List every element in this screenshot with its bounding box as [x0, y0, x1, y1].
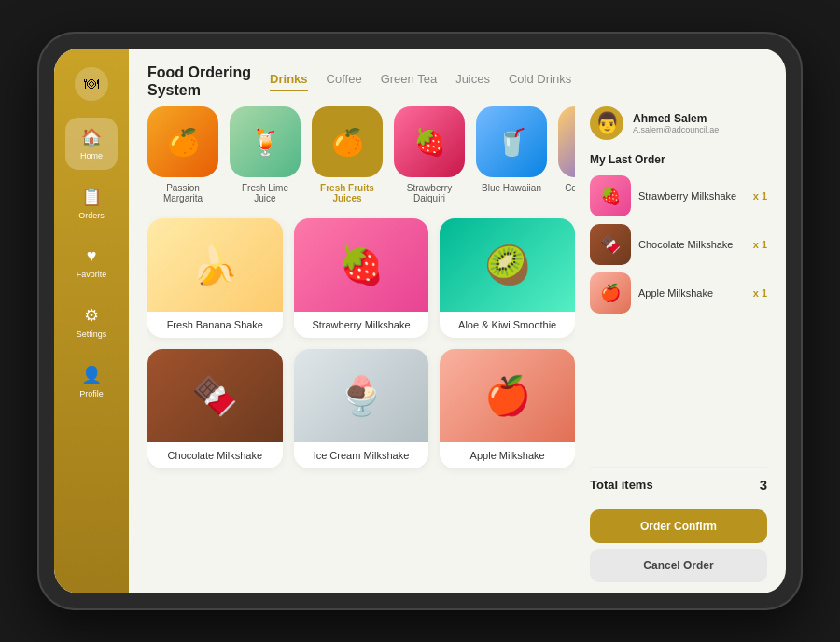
home-icon: 🏠	[81, 127, 102, 147]
sidebar-item-profile[interactable]: 👤 Profile	[65, 356, 118, 408]
last-order-title: My Last Order	[590, 153, 767, 166]
order-item-name-chocolate: Chocolate Milkshake	[638, 239, 746, 250]
tab-juices[interactable]: Juices	[455, 72, 490, 91]
product-name-banana: Fresh Banana Shake	[147, 312, 283, 338]
sidebar-item-orders[interactable]: 📋 Orders	[65, 177, 118, 230]
order-item-img-strawberry: 🍓	[590, 175, 631, 216]
tab-green-tea[interactable]: Green Tea	[381, 72, 437, 91]
order-item-name-strawberry: Strawberry Milkshake	[638, 190, 746, 202]
nav-tabs: Drinks Coffee Green Tea Juices Cold Drin…	[270, 72, 767, 91]
sidebar-label-favorites: Favorite	[77, 270, 107, 279]
products-area: 🍊 Passion Margarita 🍹 Fresh Lime Juice	[147, 106, 575, 582]
tablet-screen: 🍽 🏠 Home 📋 Orders ♥ Favorite ⚙ Settings …	[54, 49, 786, 593]
product-img-kiwi: 🥝	[440, 218, 575, 312]
sidebar-item-settings[interactable]: ⚙ Settings	[65, 296, 118, 348]
tab-coffee[interactable]: Coffee	[327, 72, 362, 91]
cancel-order-button[interactable]: Cancel Order	[590, 549, 767, 582]
product-name-icecream-mk: Ice Cream Milkshake	[294, 442, 429, 468]
order-item-apple: 🍎 Apple Milkshake x 1	[590, 272, 767, 314]
category-label-passion: Passion Margarita	[147, 183, 218, 203]
order-item-qty-strawberry: x 1	[753, 190, 767, 202]
settings-icon: ⚙	[84, 305, 99, 326]
product-img-chocolate-mk: 🍫	[147, 349, 283, 442]
sidebar-label-orders: Orders	[78, 211, 105, 220]
order-item-strawberry: 🍓 Strawberry Milkshake x 1	[590, 175, 767, 216]
product-name-strawberry-mk: Strawberry Milkshake	[294, 312, 429, 338]
profile-icon: 👤	[81, 365, 102, 385]
user-section: 👨 Ahmed Salem A.salem@adcouncil.ae	[590, 106, 767, 140]
app-title: Food Ordering System	[147, 63, 251, 99]
category-label-fruits: Fresh Fruits Juices	[312, 183, 383, 203]
total-label: Total items	[590, 478, 653, 492]
order-item-chocolate: 🍫 Chocolate Milkshake x 1	[590, 224, 767, 265]
body-area: 🍊 Passion Margarita 🍹 Fresh Lime Juice	[129, 106, 786, 593]
order-confirm-button[interactable]: Order Confirm	[590, 509, 767, 543]
sidebar-item-favorites[interactable]: ♥ Favorite	[65, 237, 118, 288]
category-row: 🍊 Passion Margarita 🍹 Fresh Lime Juice	[147, 106, 575, 203]
total-count: 3	[760, 477, 767, 493]
product-card-kiwi[interactable]: 🥝 Aloe & Kiwi Smoothie	[440, 218, 575, 338]
tab-drinks[interactable]: Drinks	[270, 72, 307, 91]
tab-cold-drinks[interactable]: Cold Drinks	[509, 72, 571, 91]
sidebar-label-profile: Profile	[79, 389, 104, 398]
category-strawberry-daiquiri[interactable]: 🍓 Strawberry Daiquiri	[394, 106, 465, 203]
tablet-frame: 🍽 🏠 Home 📋 Orders ♥ Favorite ⚙ Settings …	[37, 32, 803, 610]
category-passion-margarita[interactable]: 🍊 Passion Margarita	[147, 106, 218, 203]
category-img-strawberry-dq: 🍓	[394, 106, 465, 177]
product-grid: 🍌 Fresh Banana Shake 🍓 Strawberry Milksh…	[147, 218, 575, 468]
category-blue-hawaiian[interactable]: 🥤 Blue Hawaiian	[476, 106, 547, 203]
order-items: 🍓 Strawberry Milkshake x 1 🍫 Chocolate M…	[590, 175, 767, 459]
product-card-strawberry-mk[interactable]: 🍓 Strawberry Milkshake	[294, 218, 429, 338]
heart-icon: ♥	[87, 246, 97, 266]
main-content: Food Ordering System Drinks Coffee Green…	[129, 49, 786, 593]
category-img-blue: 🥤	[476, 106, 547, 177]
category-label-lime: Fresh Lime Juice	[230, 183, 301, 203]
category-label-blue: Blue Hawaiian	[482, 183, 541, 193]
sidebar: 🍽 🏠 Home 📋 Orders ♥ Favorite ⚙ Settings …	[54, 49, 129, 593]
order-item-img-apple: 🍎	[590, 272, 631, 314]
category-img-cocktail: 🍋	[558, 106, 575, 177]
product-img-strawberry-mk: 🍓	[294, 218, 429, 312]
header: Food Ordering System Drinks Coffee Green…	[129, 49, 786, 106]
category-img-passion: 🍊	[147, 106, 218, 177]
sidebar-label-settings: Settings	[77, 329, 107, 339]
product-card-chocolate-mk[interactable]: 🍫 Chocolate Milkshake	[147, 349, 283, 468]
product-img-icecream-mk: 🍨	[294, 349, 429, 442]
category-cocktail-juice[interactable]: 🍋 Cocktail Juice	[558, 106, 575, 203]
sidebar-label-home: Home	[80, 151, 103, 160]
product-name-chocolate-mk: Chocolate Milkshake	[147, 442, 283, 468]
product-card-banana[interactable]: 🍌 Fresh Banana Shake	[147, 218, 283, 338]
user-info: Ahmed Salem A.salem@adcouncil.ae	[633, 112, 719, 134]
total-section: Total items 3	[590, 467, 767, 502]
avatar: 👨	[590, 106, 623, 140]
category-lime-juice[interactable]: 🍹 Fresh Lime Juice	[230, 106, 301, 203]
user-email: A.salem@adcouncil.ae	[633, 125, 719, 134]
orders-icon: 📋	[81, 187, 102, 207]
category-img-lime: 🍹	[230, 106, 301, 177]
product-card-icecream-mk[interactable]: 🍨 Ice Cream Milkshake	[294, 349, 429, 468]
right-panel: 👨 Ahmed Salem A.salem@adcouncil.ae My La…	[590, 106, 767, 582]
category-label-cocktail: Cocktail Juice	[565, 183, 575, 193]
product-name-apple-mk: Apple Milkshake	[440, 442, 575, 468]
product-img-apple-mk: 🍎	[440, 349, 575, 442]
user-name: Ahmed Salem	[633, 112, 719, 125]
sidebar-item-home[interactable]: 🏠 Home	[65, 118, 118, 170]
category-fresh-fruits[interactable]: 🍊 Fresh Fruits Juices	[312, 106, 383, 203]
order-item-img-chocolate: 🍫	[590, 224, 631, 265]
order-item-name-apple: Apple Milkshake	[638, 287, 746, 299]
order-item-qty-chocolate: x 1	[753, 239, 767, 250]
product-name-kiwi: Aloe & Kiwi Smoothie	[440, 312, 575, 338]
category-img-fruits: 🍊	[312, 106, 383, 177]
product-card-apple-mk[interactable]: 🍎 Apple Milkshake	[440, 349, 575, 468]
sidebar-logo: 🍽	[75, 67, 108, 101]
category-label-strawberry-dq: Strawberry Daiquiri	[394, 183, 465, 203]
product-img-banana: 🍌	[147, 218, 283, 312]
order-item-qty-apple: x 1	[753, 287, 767, 299]
